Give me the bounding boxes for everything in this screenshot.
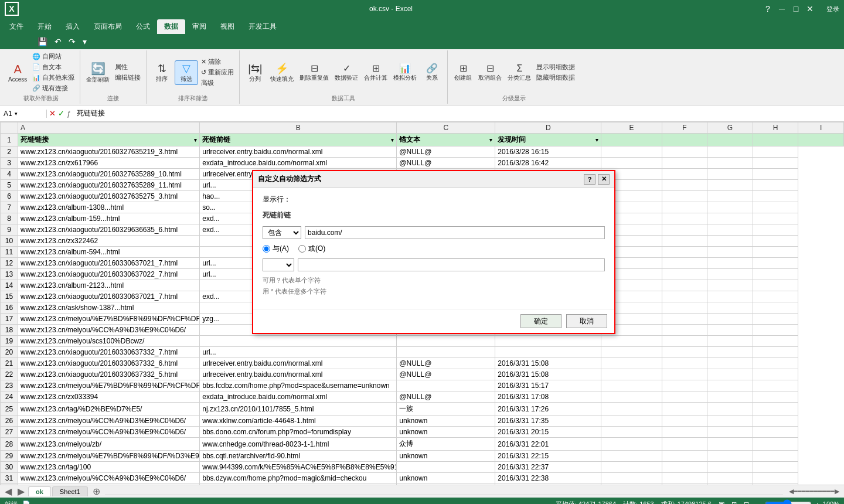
dialog-confirm-btn[interactable]: 确定 (520, 314, 561, 328)
dialog-help-btn[interactable]: ? (584, 174, 595, 185)
dialog-value2-input[interactable] (298, 258, 605, 271)
dialog-hint1: 可用？代表单个字符 用 * 代表任意多个字符 (263, 276, 605, 296)
radio-or[interactable] (298, 245, 306, 253)
dialog-cancel-btn[interactable]: 取消 (566, 314, 607, 328)
dialog-title-bar: 自定义自动筛选方式 ? ✕ (253, 171, 614, 188)
dialog-field-label-row: 死链前链 (263, 210, 605, 220)
dialog-content: 显示行： 死链前链 包含 等于 不等于 开始于 结尾是 大于 小于 (253, 188, 614, 309)
dialog-operator1-select[interactable]: 包含 等于 不等于 开始于 结尾是 大于 小于 (263, 226, 301, 239)
dialog-operator2-select[interactable]: 包含 等于 (263, 258, 294, 271)
radio-and[interactable] (263, 245, 270, 253)
dialog-show-row-label: 显示行： (263, 195, 605, 205)
dialog-overlay: 自定义自动筛选方式 ? ✕ 显示行： 死链前链 包含 等于 不等于 开始于 结尾… (0, 0, 844, 504)
dialog-value1-input[interactable] (305, 226, 605, 239)
radio-or-label[interactable]: 或(O) (298, 244, 325, 254)
dialog-title: 自定义自动筛选方式 (258, 174, 321, 184)
custom-filter-dialog: 自定义自动筛选方式 ? ✕ 显示行： 死链前链 包含 等于 不等于 开始于 结尾… (252, 170, 615, 334)
radio-and-label[interactable]: 与(A) (263, 244, 289, 254)
dialog-close-btn[interactable]: ✕ (598, 174, 610, 185)
dialog-field-label: 死链前链 (263, 210, 605, 220)
dialog-radio-row: 与(A) 或(O) (263, 244, 605, 254)
dialog-footer: 确定 取消 (253, 309, 614, 333)
dialog-condition2-row: 包含 等于 (263, 258, 605, 271)
dialog-condition1-row: 包含 等于 不等于 开始于 结尾是 大于 小于 (263, 226, 605, 239)
dialog-title-buttons: ? ✕ (584, 174, 610, 185)
